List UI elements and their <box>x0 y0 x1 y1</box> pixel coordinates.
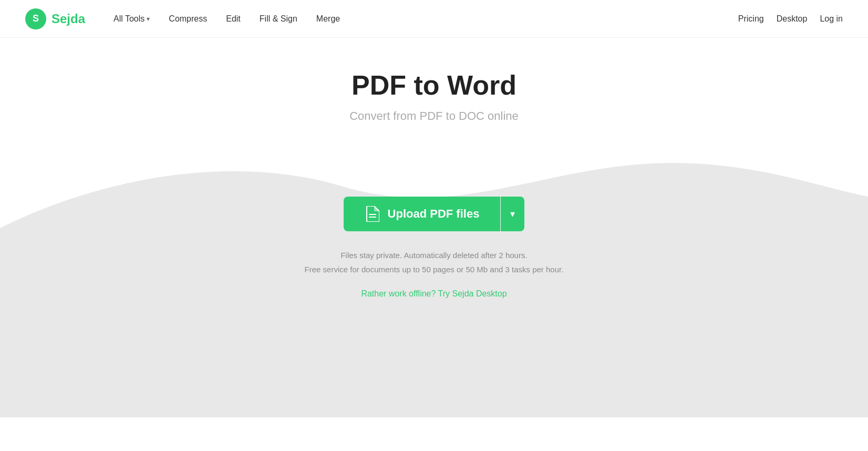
logo-icon: S <box>25 8 46 29</box>
logo-link[interactable]: S Sejda <box>25 8 85 29</box>
logo-letter: S <box>33 13 39 24</box>
info-line-2: Free service for documents up to 50 page… <box>305 262 564 276</box>
page-subtitle: Convert from PDF to DOC online <box>349 109 519 123</box>
login-link[interactable]: Log in <box>820 14 843 24</box>
nav-edit-label: Edit <box>226 14 241 24</box>
nav-compress[interactable]: Compress <box>161 10 214 28</box>
pdf-file-icon <box>365 206 380 222</box>
main-content: PDF to Word Convert from PDF to DOC onli… <box>0 38 868 417</box>
info-line-1: Files stay private. Automatically delete… <box>305 248 564 262</box>
nav-all-tools-label: All Tools <box>113 14 144 24</box>
nav-all-tools[interactable]: All Tools ▾ <box>106 10 157 28</box>
logo-text: Sejda <box>51 12 85 26</box>
nav-fill-sign-label: Fill & Sign <box>260 14 297 24</box>
wave-content: Upload PDF files ▾ Files stay private. A… <box>305 144 564 299</box>
chevron-down-icon: ▾ <box>510 208 515 220</box>
page-title: PDF to Word <box>352 69 516 101</box>
offline-desktop-link[interactable]: Rather work offline? Try Sejda Desktop <box>361 289 507 299</box>
header-right: Pricing Desktop Log in <box>738 14 843 24</box>
nav-merge[interactable]: Merge <box>309 10 347 28</box>
pricing-link[interactable]: Pricing <box>738 14 764 24</box>
header: S Sejda All Tools ▾ Compress Edit Fill &… <box>0 0 868 38</box>
wave-section: Upload PDF files ▾ Files stay private. A… <box>0 144 868 417</box>
nav-edit[interactable]: Edit <box>219 10 248 28</box>
header-left: S Sejda All Tools ▾ Compress Edit Fill &… <box>25 8 347 29</box>
upload-button-group: Upload PDF files ▾ <box>344 197 525 231</box>
nav-fill-sign[interactable]: Fill & Sign <box>252 10 305 28</box>
upload-dropdown-button[interactable]: ▾ <box>501 197 524 231</box>
info-text-block: Files stay private. Automatically delete… <box>305 248 564 276</box>
desktop-link[interactable]: Desktop <box>777 14 808 24</box>
nav-compress-label: Compress <box>169 14 207 24</box>
upload-button-label: Upload PDF files <box>388 207 480 221</box>
nav-merge-label: Merge <box>316 14 340 24</box>
upload-pdf-button[interactable]: Upload PDF files <box>344 197 501 231</box>
main-nav: All Tools ▾ Compress Edit Fill & Sign Me… <box>106 10 347 28</box>
chevron-down-icon: ▾ <box>147 15 150 23</box>
